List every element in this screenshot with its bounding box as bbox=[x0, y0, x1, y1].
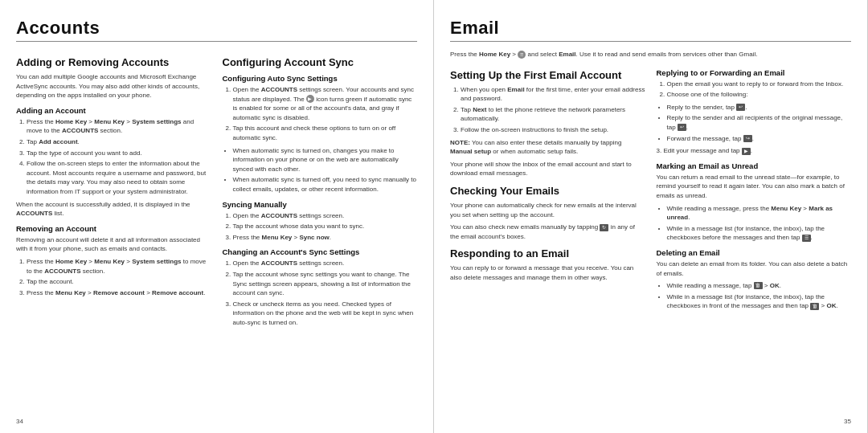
email-right-col: Replying to or Forwarding an Email Open … bbox=[657, 63, 852, 314]
reply-bullet-3: Forward the message, tap ↪. bbox=[667, 134, 852, 144]
adding-removing-heading: Adding or Removing Accounts bbox=[16, 56, 211, 68]
auto-sync-bullet-1: When automatic sync is turned on, change… bbox=[233, 146, 418, 174]
replying-step-1: Open the email you want to reply to or f… bbox=[667, 80, 852, 89]
home-icon: ☰ bbox=[518, 51, 526, 59]
replying-step3: 3. Edit your message and tap ▶. bbox=[657, 146, 852, 156]
auto-sync-bullets: When automatic sync is turned on, change… bbox=[223, 146, 418, 194]
setup-step-2: Tap Next to let the phone retrieve the n… bbox=[461, 105, 645, 124]
refresh-icon: ↻ bbox=[600, 224, 608, 231]
adding-step-2: Tap Add account. bbox=[27, 137, 211, 147]
auto-sync-heading: Configuring Auto Sync Settings bbox=[223, 74, 418, 83]
auto-sync-steps: Open the ACCOUNTS settings screen. Your … bbox=[223, 85, 418, 143]
marking-unread-heading: Marking an Email as Unread bbox=[657, 161, 852, 170]
trash-icon: 🗑 bbox=[754, 282, 763, 289]
responding-intro: You can reply to or forward a message th… bbox=[450, 263, 645, 282]
adding-step-3: Tap the type of account you want to add. bbox=[27, 149, 211, 158]
sync-icon: ▶ bbox=[306, 95, 314, 103]
email-left-col: Setting Up the First Email Account When … bbox=[450, 63, 645, 314]
forward-icon: ↪ bbox=[743, 135, 752, 142]
left-page-number: 34 bbox=[16, 418, 23, 425]
removing-account-heading: Removing an Account bbox=[16, 224, 211, 233]
trash-list-icon: 🗑 bbox=[810, 303, 819, 310]
adding-account-heading: Adding an Account bbox=[16, 106, 211, 115]
setup-note1: NOTE: You can also enter these details m… bbox=[450, 138, 645, 157]
adding-removing-intro: You can add multiple Google accounts and… bbox=[16, 72, 211, 100]
deleting-intro: You can delete an email from its folder.… bbox=[657, 259, 852, 278]
replying-bullets: Reply to the sender, tap ↩. Reply to the… bbox=[657, 103, 852, 143]
replying-heading: Replying to or Forwarding an Email bbox=[657, 68, 852, 77]
replying-steps: Open the email you want to reply to or f… bbox=[657, 80, 852, 100]
marking-unread-bullets: While reading a message, press the Menu … bbox=[657, 204, 852, 243]
change-sync-steps: Open the ACCOUNTS settings screen. Tap t… bbox=[223, 259, 418, 327]
sync-manual-step-3: Press the Menu Key > Sync now. bbox=[233, 233, 418, 243]
responding-heading: Responding to an Email bbox=[450, 247, 645, 259]
configuring-heading: Configuring Account Sync bbox=[223, 56, 418, 68]
change-sync-step-3: Check or uncheck items as you need. Chec… bbox=[233, 300, 418, 328]
removing-account-steps: Press the Home Key > Menu Key > System s… bbox=[16, 257, 211, 297]
sync-manual-step-1: Open the ACCOUNTS settings screen. bbox=[233, 211, 418, 221]
adding-account-steps: Press the Home Key > Menu Key > System s… bbox=[16, 117, 211, 197]
removing-account-intro: Removing an account will delete it and a… bbox=[16, 235, 211, 254]
deleting-bullet-2: While in a message list (for instance, t… bbox=[667, 292, 852, 311]
sync-manual-step-2: Tap the account whose data you want to s… bbox=[233, 222, 418, 231]
setup-step-1: When you open Email for the first time, … bbox=[461, 85, 645, 104]
change-sync-step-1: Open the ACCOUNTS settings screen. bbox=[233, 259, 418, 268]
setup-note2: Your phone will show the inbox of the em… bbox=[450, 160, 645, 178]
reply-bullet-1: Reply to the sender, tap ↩. bbox=[667, 103, 852, 112]
right-page-number: 35 bbox=[844, 418, 851, 425]
reply-bullet-2: Reply to the sender and all recipients o… bbox=[667, 113, 852, 132]
adding-removing-section: Adding or Removing Accounts You can add … bbox=[16, 50, 211, 330]
auto-sync-bullet-2: When automatic sync is turned off, you n… bbox=[233, 175, 418, 194]
checking-heading: Checking Your Emails bbox=[450, 185, 645, 197]
adding-account-note: When the account is successfully added, … bbox=[16, 200, 211, 219]
configuring-section: Configuring Account Sync Configuring Aut… bbox=[223, 50, 418, 330]
deleting-bullets: While reading a message, tap 🗑 > OK. Whi… bbox=[657, 281, 852, 311]
auto-sync-step-2: Tap this account and check these options… bbox=[233, 124, 418, 142]
replying-step-2: Choose one of the following: bbox=[667, 90, 852, 100]
deleting-heading: Deleting an Email bbox=[657, 248, 852, 257]
unread-bullet-1: While reading a message, press the Menu … bbox=[667, 204, 852, 223]
setup-heading: Setting Up the First Email Account bbox=[450, 69, 645, 81]
left-page-title: Accounts bbox=[16, 18, 417, 42]
setup-steps: When you open Email for the first time, … bbox=[450, 85, 645, 135]
adding-step-1: Press the Home Key > Menu Key > System s… bbox=[27, 117, 211, 136]
syncing-manually-heading: Syncing Manually bbox=[223, 200, 418, 209]
setup-step-3: Follow the on-screen instructions to fin… bbox=[461, 125, 645, 135]
change-sync-heading: Changing an Account's Sync Settings bbox=[223, 247, 418, 256]
removing-step-1: Press the Home Key > Menu Key > System s… bbox=[27, 257, 211, 276]
checking-intro: Your phone can automatically check for n… bbox=[450, 201, 645, 219]
marking-unread-intro: You can return a read email to the unrea… bbox=[657, 173, 852, 201]
email-intro: Press the Home Key > ☰ and select Email.… bbox=[450, 50, 851, 59]
deleting-bullet-1: While reading a message, tap 🗑 > OK. bbox=[667, 281, 852, 291]
reply-icon: ↩ bbox=[736, 104, 745, 111]
send-icon: ▶ bbox=[742, 148, 751, 155]
checking-note: You can also check new emails manually b… bbox=[450, 223, 645, 241]
menu-icon: ☰ bbox=[802, 235, 811, 242]
removing-step-2: Tap the account. bbox=[27, 277, 211, 287]
adding-step-4: Follow the on-screen steps to enter the … bbox=[27, 159, 211, 196]
right-page: Email Press the Home Key > ☰ and select … bbox=[434, 0, 868, 433]
reply-all-icon: ↩ bbox=[678, 124, 686, 131]
auto-sync-step-1: Open the ACCOUNTS settings screen. Your … bbox=[233, 85, 418, 122]
removing-step-3: Press the Menu Key > Remove account > Re… bbox=[27, 288, 211, 298]
change-sync-step-2: Tap the account whose sync settings you … bbox=[233, 270, 418, 298]
syncing-manually-steps: Open the ACCOUNTS settings screen. Tap t… bbox=[223, 211, 418, 243]
left-page: Accounts Adding or Removing Accounts You… bbox=[0, 0, 434, 433]
unread-bullet-2: While in a message list (for instance, t… bbox=[667, 224, 852, 243]
right-page-title: Email bbox=[450, 18, 851, 42]
